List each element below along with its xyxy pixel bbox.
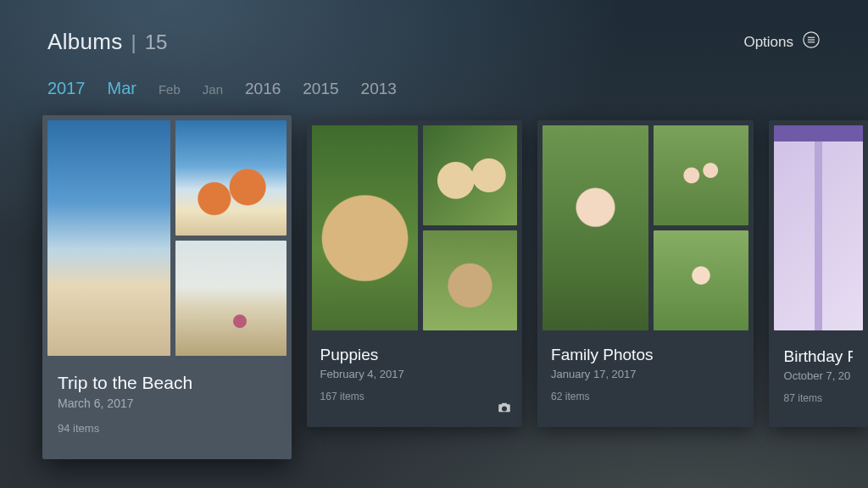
album-title: Family Photos [551, 346, 739, 364]
album-thumbs [307, 120, 522, 336]
album-item-count: 94 items [58, 422, 276, 435]
album-thumbs [769, 120, 868, 336]
album-card-birthday[interactable]: Birthday P October 7, 20 87 items [769, 120, 868, 427]
album-meta: Family Photos January 17, 2017 62 items [537, 336, 753, 427]
options-label: Options [743, 34, 793, 51]
album-date: January 17, 2017 [551, 368, 739, 380]
albums-row[interactable]: Trip to the Beach March 6, 2017 94 items… [0, 98, 868, 459]
filter-year-2017[interactable]: 2017 [47, 79, 86, 98]
album-thumb [774, 125, 863, 330]
album-date: March 6, 2017 [58, 396, 276, 410]
filter-year-2013[interactable]: 2013 [361, 80, 397, 98]
album-title: Trip to the Beach [58, 373, 276, 393]
album-thumb [175, 120, 287, 236]
album-thumbs [537, 120, 753, 336]
album-thumbs [42, 115, 292, 361]
album-thumb [423, 230, 517, 330]
options-button[interactable]: Options [743, 30, 821, 53]
album-thumb [175, 241, 287, 356]
album-card-puppies[interactable]: Puppies February 4, 2017 167 items [307, 120, 522, 427]
album-title: Puppies [320, 346, 509, 364]
filter-year-2016[interactable]: 2016 [245, 80, 281, 98]
filter-month-feb[interactable]: Feb [159, 82, 181, 97]
album-thumb [654, 230, 748, 330]
album-count: 15 [145, 30, 168, 54]
album-item-count: 167 items [320, 391, 509, 402]
album-item-count: 62 items [551, 391, 739, 402]
page-title: Albums [47, 29, 123, 55]
album-thumb [47, 120, 170, 356]
album-meta: Birthday P October 7, 20 87 items [769, 336, 868, 427]
date-filter-bar: 2017 Mar Feb Jan 2016 2015 2013 [0, 55, 868, 98]
album-thumb [542, 125, 648, 330]
album-date: February 4, 2017 [320, 368, 509, 380]
album-item-count: 87 items [784, 392, 853, 404]
album-thumb [312, 125, 418, 330]
camera-icon [497, 400, 512, 419]
album-card-family-photos[interactable]: Family Photos January 17, 2017 62 items [537, 120, 753, 427]
album-card-trip-to-the-beach[interactable]: Trip to the Beach March 6, 2017 94 items [42, 115, 292, 459]
album-thumb [654, 125, 748, 225]
album-meta: Trip to the Beach March 6, 2017 94 items [42, 361, 292, 459]
album-title: Birthday P [784, 347, 853, 366]
filter-month-mar[interactable]: Mar [108, 79, 136, 98]
album-thumb [423, 125, 517, 225]
filter-year-2015[interactable]: 2015 [303, 80, 338, 98]
filter-month-jan[interactable]: Jan [203, 82, 223, 97]
header: Albums | 15 Options [0, 0, 868, 55]
album-date: October 7, 20 [784, 369, 853, 382]
hamburger-circle-icon [802, 30, 821, 53]
title-separator: | [131, 30, 136, 54]
album-meta: Puppies February 4, 2017 167 items [307, 336, 522, 427]
page-title-group: Albums | 15 [47, 29, 167, 55]
